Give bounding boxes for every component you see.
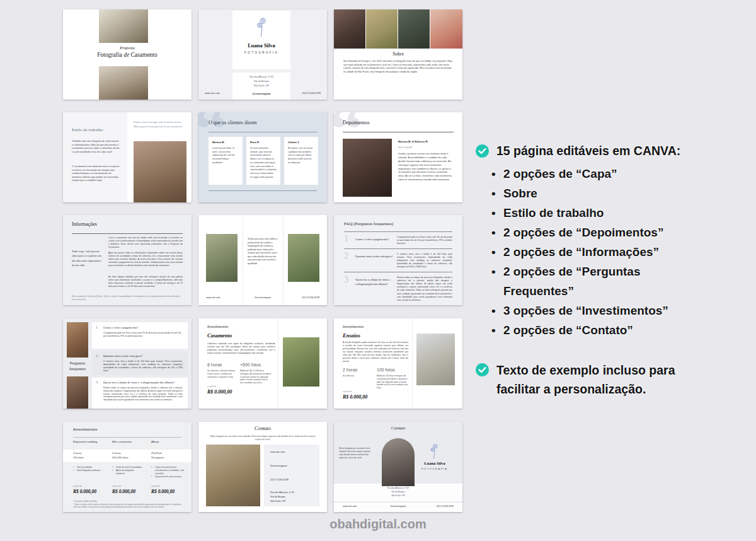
faq2-title-line: Perguntas <box>63 360 92 366</box>
table-footnote-2: * Todos os valores estão sujeitos a alte… <box>73 503 184 508</box>
address-card: Rua das Alianças, nº 62 Vila do Bosque S… <box>232 73 290 100</box>
table-spec-line: 25x25cm <box>151 451 164 456</box>
faq2-title-line: frequentes <box>63 366 92 371</box>
price-label: a partir de <box>112 485 121 487</box>
flower-logo-icon <box>430 443 438 459</box>
table-column-header: Elopement wedding <box>73 440 106 444</box>
photo-candles-flowers <box>206 234 238 282</box>
info-paragraph-3: As fotos digitais editadas por mim são e… <box>108 276 183 288</box>
slide-estilo-de-trabalho: Estilo de trabalho Trabalho com uma foto… <box>63 112 192 202</box>
column-divider <box>412 318 413 409</box>
feature-item: 2 opções de “Capa” <box>491 164 680 183</box>
price-label: a partir de <box>207 385 216 388</box>
slide-investimentos-ensaios: Investimentos Ensaios A sessão fotográfi… <box>334 318 462 409</box>
faq-number: 3 <box>344 275 348 285</box>
contact-subtitle: Muito obrigada por considerar meu trabal… <box>210 435 316 441</box>
table-spec-line: 50 páginas <box>151 456 164 460</box>
testimonial-card: Rosa R. Ut enim ad minim veniam, quis no… <box>246 137 280 185</box>
section-kicker: Investimentos <box>73 427 98 432</box>
faq-number: 2. <box>96 354 99 358</box>
photo-bride-overhead <box>99 66 148 100</box>
section-kicker: Investimentos <box>207 325 228 329</box>
faq-question: Como é feito o pagamento? <box>103 326 138 329</box>
faq-answer: O pagamento pode ser feito à vista com 5… <box>397 236 452 245</box>
spec-hours: 2 horas <box>343 368 357 372</box>
table-bullet: Sem fotógrafos auxiliares. <box>73 469 105 472</box>
spec-hours-desc: de cobertura. <box>343 375 370 378</box>
faq-question: Quantas fotos serão entregues? <box>355 255 393 258</box>
testimonial-name: Monica M. & Robson R. <box>398 140 428 143</box>
table-bullet: Capa em tecido (outros revestimentos ou … <box>151 466 184 475</box>
address-line: Vila do Bosque <box>270 496 285 498</box>
divider <box>344 272 452 272</box>
price-value: R$ 0.000,00 <box>112 489 135 494</box>
divider <box>344 231 452 232</box>
testimonial-name: Monica M. <box>212 141 224 144</box>
package-title: Ensaios <box>343 332 360 339</box>
photo-couple-kiss <box>67 376 88 409</box>
brand-card: Luana Silva FOTOGRAFIA <box>232 11 290 69</box>
instagram-handle: @seuinstagram <box>232 92 290 95</box>
slide-sobre: Sobre Sou formado em Design e, em 2019, … <box>334 9 462 100</box>
slide-faq-2: Perguntas frequentes 1. Como é feito o p… <box>63 318 192 409</box>
phone-label: (11) 9.1234-5678 <box>270 479 289 481</box>
address-line: Rua das Alianças, nº 62 <box>232 76 290 78</box>
slide-investimentos-tabela: Investimentos Elopement wedding Mini cas… <box>63 422 192 512</box>
section-title: Contato <box>334 426 462 431</box>
phone-label: (11) 9.1234-5678 <box>437 505 454 508</box>
spec-photos-desc: Média de 500 a 1000 fotos entregues. A c… <box>240 369 272 385</box>
testimonial-card: Juliana J. Excepteur sint occaecat cupid… <box>284 137 318 185</box>
table-spec-line: 200 fotos <box>73 456 84 460</box>
feature-item: 2 opções de “Depoimentos” <box>491 223 680 242</box>
faq-number: 1. <box>96 325 99 329</box>
table-bullets: Limite de até 50 convidados.Apoio de fot… <box>112 466 144 475</box>
style-paragraph-2: O casamento é um momento único e especia… <box>72 165 120 183</box>
feature-item: 2 opções de “Contato” <box>491 320 680 340</box>
feature-item: Sobre <box>491 183 680 203</box>
about-text: Sou formado em Design e, em 2019, descob… <box>343 60 453 74</box>
table-spec-line: 200-400 fotos <box>112 456 129 460</box>
phone-label: (11) 9.1234-5678 <box>302 296 319 299</box>
slide-capa-2: Luana Silva FOTOGRAFIA Rua das Alianças,… <box>198 9 327 100</box>
feature-item: Estilo de trabalho <box>491 203 680 223</box>
brand-name: Luana Silva <box>232 42 290 49</box>
photo-bride-forest <box>206 445 260 506</box>
column-divider <box>243 215 243 305</box>
address-block: Rua das Alianças, nº 62 Vila do Bosque S… <box>367 486 430 497</box>
package-intro: Cobertura realizada com apoio de fotógra… <box>207 342 275 355</box>
cover-title-part: Fotografia <box>97 52 122 58</box>
spec-photos-desc: Média de 100 fotos entregues. A contrata… <box>377 375 408 390</box>
partners-text: Tenho parcerias com salões e profissiona… <box>248 238 278 266</box>
table-spec: 25x25cm 50 páginas <box>151 451 164 460</box>
faq-question: Quem faz a edição de fotos e a diagramaç… <box>103 381 184 384</box>
website-label: www.site.com <box>205 91 220 95</box>
feature-item: 2 opções de “Perguntas Frequentes” <box>491 262 680 301</box>
faq-question: Quantas fotos serão entregues? <box>103 354 142 358</box>
testimonial-text: Excepteur sint occaecat cupidatat non pr… <box>288 147 314 165</box>
address-line: Rua das Alianças, nº 62 <box>270 491 294 494</box>
faq-answer: O número varia, mas a média é de 100 fot… <box>103 360 183 373</box>
price-label: a partir de <box>343 390 352 393</box>
testimonial-text: Desde o primeiro contato nos sentimos mu… <box>398 153 454 182</box>
feature-item: 2 opções de “Informações” <box>491 242 680 262</box>
faq-question: Quem faz a edição de fotos e a diagramaç… <box>355 278 392 287</box>
feature-canva-items: 2 opções de “Capa”SobreEstilo de trabalh… <box>491 164 680 340</box>
spec-photos: 100 fotos <box>377 368 395 372</box>
phone-label: (11) 9.1234-5678 <box>302 91 321 95</box>
testimonial-name: Rosa R. <box>250 141 260 144</box>
photo-couple-dip-kiss <box>416 334 455 385</box>
faq-number: 2 <box>344 251 348 261</box>
website-label: www.site.com <box>270 451 285 453</box>
faq-answer: O pagamento pode ser feito à vista com 5… <box>103 332 183 338</box>
cover-title-part: Casamento <box>131 52 158 58</box>
package-title: Casamento <box>207 332 232 339</box>
address-line: São Paulo / SP <box>367 494 430 497</box>
section-title: FAQ (Perguntas frequentes) <box>344 221 393 226</box>
feature-sample-text: Texto de exemplo incluso para facilitar … <box>475 361 714 398</box>
product-showcase: Proposta Fotografia de Casamento Luana S… <box>0 0 756 541</box>
spec-hours-desc: de cobertura, incluindo making of dos no… <box>207 369 235 378</box>
style-paragraph-1: Trabalho com uma fotografia de estilo na… <box>72 140 120 154</box>
price-label: a partir de <box>73 485 82 487</box>
photo-bride-bouquet <box>288 234 319 282</box>
table-column-header: Mini casamento <box>112 440 145 444</box>
